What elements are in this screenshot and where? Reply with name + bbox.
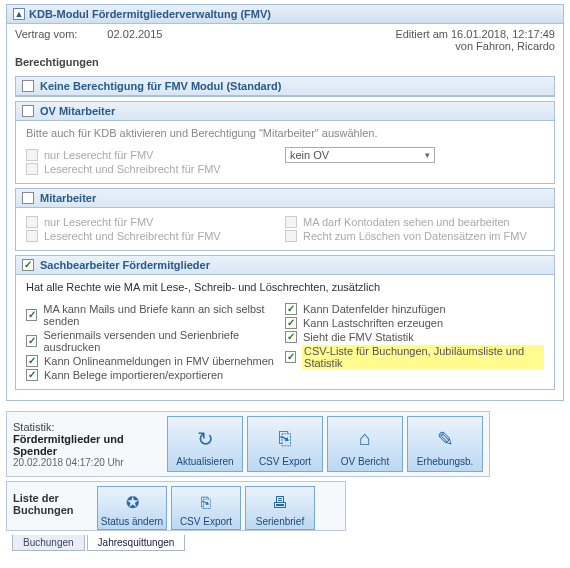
ov-bericht-button[interactable]: ⌂ OV Bericht xyxy=(327,416,403,472)
report-icon: ⌂ xyxy=(359,421,371,456)
sb-title: Sachbearbeiter Fördermitglieder xyxy=(40,259,210,271)
csv-icon: ⎘ xyxy=(201,489,211,516)
csv-label: CSV Export xyxy=(259,456,311,467)
erhebung-button[interactable]: ✎ Erhebungsb. xyxy=(407,416,483,472)
ov-select[interactable]: kein OV ▾ xyxy=(285,147,435,163)
refresh-label: Aktualisieren xyxy=(176,456,233,467)
sb-c1-checkbox[interactable] xyxy=(26,309,37,321)
erh-label: Erhebungsb. xyxy=(417,456,474,467)
sb-c6-checkbox[interactable] xyxy=(285,317,297,329)
ma-delete-checkbox[interactable] xyxy=(285,230,297,242)
stat-title: Fördermitglieder und Spender xyxy=(13,433,163,457)
ma-title: Mitarbeiter xyxy=(40,192,96,204)
sb-c3-label: Kann Onlineanmeldungen in FMV übernehmen xyxy=(44,355,274,367)
status-button[interactable]: ✪ Status ändern xyxy=(97,486,167,530)
sb-c7-label: Sieht die FMV Statistik xyxy=(303,331,414,343)
ov-checkbox[interactable] xyxy=(22,105,34,117)
form-icon: ✎ xyxy=(437,421,454,456)
list-csv-button[interactable]: ⎘ CSV Export xyxy=(171,486,241,530)
tab-jahresquittungen[interactable]: Jahresquittungen xyxy=(87,535,186,551)
sb-hint: Hat alle Rechte wie MA mit Lese-, Schrei… xyxy=(26,281,544,293)
list-title: Liste der Buchungen xyxy=(13,486,93,516)
ma-rw-checkbox[interactable] xyxy=(26,230,38,242)
section-ov: OV Mitarbeiter Bitte auch für KDB aktivi… xyxy=(15,101,555,184)
vertrag-label: Vertrag vom: xyxy=(15,28,77,52)
ov-rw-label: Leserecht und Schreibrecht für FMV xyxy=(44,163,221,175)
ma-read-checkbox[interactable] xyxy=(26,216,38,228)
sb-c1-label: MA kann Mails und Briefe kann an sich se… xyxy=(43,303,285,327)
status-label: Status ändern xyxy=(101,516,163,527)
refresh-button[interactable]: ↻ Aktualisieren xyxy=(167,416,243,472)
section-none: Keine Berechtigung für FMV Modul (Standa… xyxy=(15,76,555,97)
ov-hint: Bitte auch für KDB aktivieren und Berech… xyxy=(26,127,544,139)
csv-export-button[interactable]: ⎘ CSV Export xyxy=(247,416,323,472)
edited-line2: von Fahron, Ricardo xyxy=(395,40,555,52)
section-ma: Mitarbeiter nur Leserecht für FMV Lesere… xyxy=(15,188,555,251)
ma-rw-label: Leserecht und Schreibrecht für FMV xyxy=(44,230,221,242)
print-icon: 🖶 xyxy=(272,489,288,516)
sb-c2-label: Serienmails versenden und Serienbriefe a… xyxy=(43,329,285,353)
buchungen-tabs: Buchungen Jahresquittungen xyxy=(12,535,564,551)
csv-icon: ⎘ xyxy=(279,421,291,456)
meta-row: Vertrag vom: 02.02.2015 Editiert am 16.0… xyxy=(7,24,563,54)
ov-title: OV Mitarbeiter xyxy=(40,105,115,117)
tab-buchungen[interactable]: Buchungen xyxy=(12,535,85,551)
sb-checkbox[interactable] xyxy=(22,259,34,271)
status-icon: ✪ xyxy=(126,489,139,516)
sb-c6-label: Kann Lastschriften erzeugen xyxy=(303,317,443,329)
serien-label: Serienbrief xyxy=(256,516,304,527)
sb-c4-checkbox[interactable] xyxy=(26,369,38,381)
serienbrief-button[interactable]: 🖶 Serienbrief xyxy=(245,486,315,530)
stat-ts: 20.02.2018 04:17:20 Uhr xyxy=(13,457,163,468)
list-csv-label: CSV Export xyxy=(180,516,232,527)
section-sb: Sachbearbeiter Fördermitglieder Hat alle… xyxy=(15,255,555,390)
vertrag-date: 02.02.2015 xyxy=(107,28,162,52)
ma-delete-label: Recht zum Löschen von Datensätzen im FMV xyxy=(303,230,527,242)
ov-select-value: kein OV xyxy=(290,149,329,161)
collapse-icon[interactable]: ▲ xyxy=(13,8,25,20)
sb-c4-label: Kann Belege importieren/exportieren xyxy=(44,369,223,381)
refresh-icon: ↻ xyxy=(197,421,214,456)
sb-c3-checkbox[interactable] xyxy=(26,355,38,367)
ma-read-label: nur Leserecht für FMV xyxy=(44,216,153,228)
ov-read-label: nur Leserecht für FMV xyxy=(44,149,153,161)
sb-c7-checkbox[interactable] xyxy=(285,331,297,343)
ma-checkbox[interactable] xyxy=(22,192,34,204)
ov-rw-checkbox[interactable] xyxy=(26,163,38,175)
sb-c5-label: Kann Datenfelder hinzufügen xyxy=(303,303,446,315)
ov-read-checkbox[interactable] xyxy=(26,149,38,161)
sb-c8-checkbox[interactable] xyxy=(285,351,296,363)
fmv-panel-header: ▲ KDB-Modul Fördermitgliederverwaltung (… xyxy=(7,5,563,24)
stat-label: Statistik: xyxy=(13,421,163,433)
chevron-down-icon: ▾ xyxy=(425,150,430,160)
edited-line1: Editiert am 16.01.2018, 12:17:49 xyxy=(395,28,555,40)
ov-label: OV Bericht xyxy=(341,456,389,467)
ma-konto-checkbox[interactable] xyxy=(285,216,297,228)
panel-title: KDB-Modul Fördermitgliederverwaltung (FM… xyxy=(29,8,271,20)
sb-c2-checkbox[interactable] xyxy=(26,335,37,347)
fmv-panel: ▲ KDB-Modul Fördermitgliederverwaltung (… xyxy=(6,4,564,401)
ma-konto-label: MA darf Kontodaten sehen und bearbeiten xyxy=(303,216,510,228)
none-title: Keine Berechtigung für FMV Modul (Standa… xyxy=(40,80,281,92)
sb-c5-checkbox[interactable] xyxy=(285,303,297,315)
berechtigungen-label: Berechtigungen xyxy=(7,54,563,72)
statistik-toolbar: Statistik: Fördermitglieder und Spender … xyxy=(6,411,490,477)
sb-c8-label: CSV-Liste für Buchungen, Jubiläumsliste … xyxy=(302,345,544,369)
none-checkbox[interactable] xyxy=(22,80,34,92)
buchungen-toolbar: Liste der Buchungen ✪ Status ändern ⎘ CS… xyxy=(6,481,346,531)
